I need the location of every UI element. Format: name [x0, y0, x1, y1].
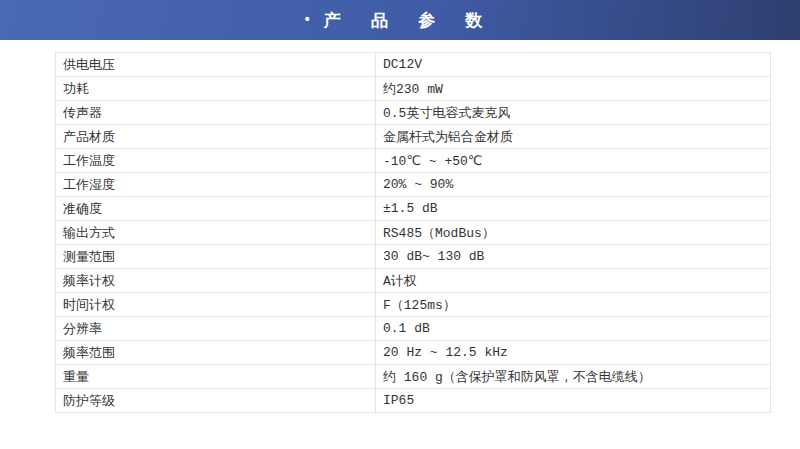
spec-label-cell: 准确度 [56, 197, 376, 221]
table-row: 供电电压DC12V [56, 53, 771, 77]
spec-label-cell: 产品材质 [56, 125, 376, 149]
spec-table-body: 供电电压DC12V功耗约230 mW传声器0.5英寸电容式麦克风产品材质金属杆式… [56, 53, 771, 413]
table-row: 时间计权F（125ms） [56, 293, 771, 317]
spec-value-cell: 约 160 g（含保护罩和防风罩，不含电缆线） [376, 365, 771, 389]
spec-value-cell: 0.1 dB [376, 317, 771, 341]
table-row: 输出方式RS485（ModBus） [56, 221, 771, 245]
spec-label-cell: 输出方式 [56, 221, 376, 245]
table-row: 重量约 160 g（含保护罩和防风罩，不含电缆线） [56, 365, 771, 389]
spec-value-cell: 30 dB~ 130 dB [376, 245, 771, 269]
table-row: 测量范围30 dB~ 130 dB [56, 245, 771, 269]
page-title-text: 产 品 参 数 [324, 9, 495, 32]
spec-value-cell: 0.5英寸电容式麦克风 [376, 101, 771, 125]
header-bar: • 产 品 参 数 [0, 0, 800, 40]
spec-label-cell: 工作温度 [56, 149, 376, 173]
spec-value-cell: 约230 mW [376, 77, 771, 101]
spec-label-cell: 频率范围 [56, 341, 376, 365]
spec-value-cell: RS485（ModBus） [376, 221, 771, 245]
spec-value-cell: F（125ms） [376, 293, 771, 317]
bullet-icon: • [305, 11, 310, 27]
table-row: 传声器0.5英寸电容式麦克风 [56, 101, 771, 125]
table-row: 频率范围20 Hz ~ 12.5 kHz [56, 341, 771, 365]
spec-table: 供电电压DC12V功耗约230 mW传声器0.5英寸电容式麦克风产品材质金属杆式… [55, 52, 771, 413]
table-row: 分辨率0.1 dB [56, 317, 771, 341]
spec-value-cell: ±1.5 dB [376, 197, 771, 221]
spec-label-cell: 供电电压 [56, 53, 376, 77]
spec-value-cell: 金属杆式为铝合金材质 [376, 125, 771, 149]
spec-label-cell: 工作湿度 [56, 173, 376, 197]
spec-label-cell: 重量 [56, 365, 376, 389]
spec-label-cell: 测量范围 [56, 245, 376, 269]
table-row: 准确度±1.5 dB [56, 197, 771, 221]
spec-value-cell: IP65 [376, 389, 771, 413]
spec-label-cell: 功耗 [56, 77, 376, 101]
table-row: 防护等级IP65 [56, 389, 771, 413]
spec-label-cell: 分辨率 [56, 317, 376, 341]
table-row: 工作温度-10℃ ~ +50℃ [56, 149, 771, 173]
spec-label-cell: 时间计权 [56, 293, 376, 317]
spec-label-cell: 传声器 [56, 101, 376, 125]
spec-label-cell: 频率计权 [56, 269, 376, 293]
table-row: 工作湿度20% ~ 90% [56, 173, 771, 197]
page-title: • 产 品 参 数 [305, 9, 495, 32]
spec-value-cell: A计权 [376, 269, 771, 293]
spec-value-cell: 20% ~ 90% [376, 173, 771, 197]
table-row: 产品材质金属杆式为铝合金材质 [56, 125, 771, 149]
spec-label-cell: 防护等级 [56, 389, 376, 413]
table-row: 频率计权A计权 [56, 269, 771, 293]
spec-value-cell: -10℃ ~ +50℃ [376, 149, 771, 173]
content-area: 供电电压DC12V功耗约230 mW传声器0.5英寸电容式麦克风产品材质金属杆式… [0, 40, 800, 413]
spec-value-cell: 20 Hz ~ 12.5 kHz [376, 341, 771, 365]
spec-value-cell: DC12V [376, 53, 771, 77]
table-row: 功耗约230 mW [56, 77, 771, 101]
